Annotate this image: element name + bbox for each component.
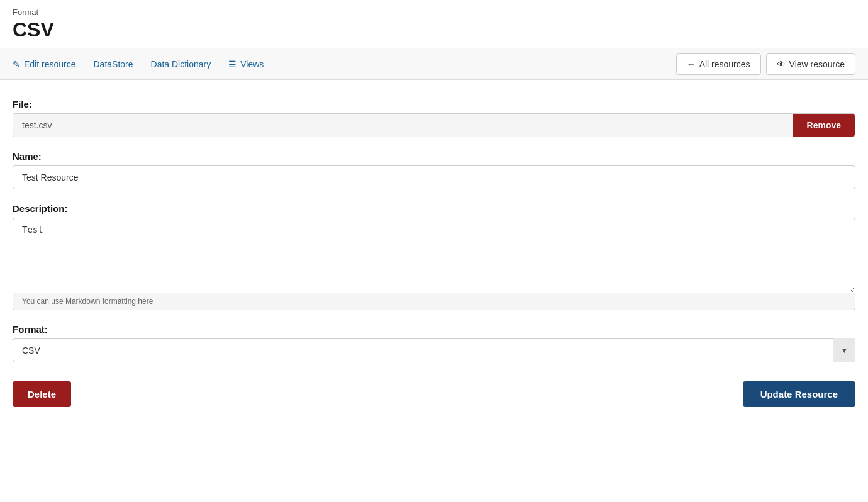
views-link[interactable]: ☰ Views: [228, 50, 264, 78]
edit-icon: ✎: [13, 59, 20, 69]
remove-button[interactable]: Remove: [793, 114, 855, 137]
views-icon: ☰: [228, 59, 236, 69]
nav-left: ✎ Edit resource DataStore Data Dictionar…: [13, 50, 264, 78]
file-input-row: test.csv Remove: [13, 113, 855, 137]
footer-actions: Delete Update Resource: [13, 381, 855, 407]
arrow-left-icon: ←: [687, 59, 696, 69]
all-resources-button[interactable]: ← All resources: [676, 53, 761, 75]
main-content: File: test.csv Remove Name: Description:…: [0, 80, 868, 432]
data-dictionary-link[interactable]: Data Dictionary: [151, 50, 211, 78]
file-label: File:: [13, 99, 855, 109]
description-textarea[interactable]: [13, 218, 855, 293]
update-resource-button[interactable]: Update Resource: [743, 381, 855, 407]
datastore-link[interactable]: DataStore: [93, 50, 133, 78]
format-select-wrapper: CSV ▼: [13, 338, 855, 362]
format-group: Format: CSV ▼: [13, 324, 855, 362]
format-label: Format: [13, 8, 855, 17]
file-name: test.csv: [13, 114, 793, 137]
name-label: Name:: [13, 151, 855, 162]
nav-bar: ✎ Edit resource DataStore Data Dictionar…: [0, 48, 868, 80]
nav-right: ← All resources 👁 View resource: [676, 53, 855, 75]
eye-icon: 👁: [777, 59, 786, 69]
file-group: File: test.csv Remove: [13, 99, 855, 137]
delete-button[interactable]: Delete: [13, 381, 71, 407]
view-resource-button[interactable]: 👁 View resource: [766, 53, 855, 75]
name-group: Name:: [13, 151, 855, 189]
description-label: Description:: [13, 203, 855, 214]
description-hint: You can use Markdown formatting here: [13, 293, 855, 310]
format-select[interactable]: CSV: [13, 338, 855, 362]
description-group: Description: You can use Markdown format…: [13, 203, 855, 310]
name-input[interactable]: [13, 165, 855, 189]
format-field-label: Format:: [13, 324, 855, 335]
format-title: CSV: [13, 18, 855, 42]
edit-resource-link[interactable]: ✎ Edit resource: [13, 50, 75, 78]
header-section: Format CSV: [0, 0, 868, 48]
